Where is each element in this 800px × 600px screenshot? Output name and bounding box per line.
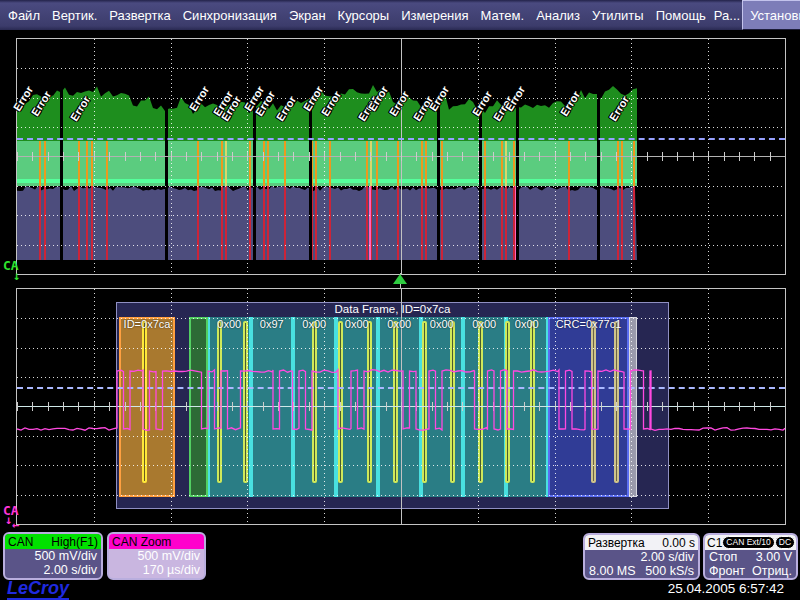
timebase-offset: 0.00 s xyxy=(662,536,695,550)
can-zoom-name: CAN Zoom xyxy=(112,535,171,549)
error-event-line-low xyxy=(249,186,251,260)
can-zoom-tdiv: 170 µs/div xyxy=(143,563,200,577)
frame-gap xyxy=(309,89,312,260)
error-event-line xyxy=(370,141,372,186)
error-event-line xyxy=(91,141,93,186)
menu-misc-truncated[interactable]: Ра... xyxy=(712,8,742,23)
error-event-line xyxy=(263,141,265,186)
frame-gap xyxy=(165,89,168,260)
can-trace-marker[interactable]: CA ↓ xyxy=(3,258,19,273)
error-event-line-low xyxy=(397,186,399,260)
error-event-line-low xyxy=(284,186,286,260)
grid-center-ticks xyxy=(17,152,785,161)
trigger-level: 3.00 V xyxy=(756,550,792,564)
error-event-line-low xyxy=(263,186,265,260)
can-high-vdiv: 500 mV/div xyxy=(34,549,97,563)
error-event-line xyxy=(633,141,635,186)
error-event-line-low xyxy=(91,186,93,260)
field-data-label: 0x00 xyxy=(378,318,421,331)
field-crc-label: CRC=0x77c1 xyxy=(548,318,629,331)
frame-gap xyxy=(597,89,600,260)
event-line-pink xyxy=(369,186,371,260)
trigger-mode: Стоп xyxy=(709,550,737,564)
trigger-level-line xyxy=(17,138,785,140)
error-event-line xyxy=(484,141,486,186)
menu-trigger[interactable]: Синхронизация xyxy=(177,8,283,23)
error-event-line xyxy=(617,141,619,186)
field-data-label: 0x00 xyxy=(293,318,336,331)
error-event-line-low xyxy=(225,186,227,260)
error-event-line xyxy=(106,141,108,186)
decode-banner: Data Frame, ID=0x7ca xyxy=(116,303,669,317)
error-event-line xyxy=(397,141,399,186)
top-graticule: ErrorErrorErrorErrorErrorErrorErrorError… xyxy=(16,38,786,275)
error-event-line-low xyxy=(366,186,368,260)
arrow-left-icon: ← xyxy=(12,518,19,532)
error-event-line-low xyxy=(505,186,507,260)
error-event-line-low xyxy=(197,186,199,260)
menu-vertical[interactable]: Вертик. xyxy=(46,8,103,23)
can-zoom-descriptor[interactable]: CAN Zoom 500 mV/div 170 µs/div xyxy=(107,532,206,580)
timebase-rate: 500 kS/s xyxy=(645,564,694,578)
can-high-tdiv: 2.00 s/div xyxy=(43,563,97,577)
error-event-line-low xyxy=(421,186,423,260)
error-event-line-low xyxy=(441,186,443,260)
lecroy-logo: LeCroy xyxy=(7,579,69,600)
error-event-line xyxy=(86,141,88,186)
menu-analysis[interactable]: Анализ xyxy=(530,8,586,23)
error-event-line xyxy=(44,141,46,186)
frame-gap xyxy=(437,89,440,260)
menu-math[interactable]: Матем. xyxy=(475,8,531,23)
error-event-line xyxy=(221,141,223,186)
error-event-line xyxy=(39,141,41,186)
menu-measure[interactable]: Измерения xyxy=(395,8,474,23)
error-event-line xyxy=(366,141,368,186)
menu-cursors[interactable]: Курсоры xyxy=(332,8,396,23)
error-event-line xyxy=(421,141,423,186)
error-event-line-low xyxy=(221,186,223,260)
error-event-line xyxy=(621,141,623,186)
field-data-label: 0x00 xyxy=(463,318,506,331)
menu-display[interactable]: Экран xyxy=(283,8,332,23)
field-data-label: 0x00 xyxy=(208,318,251,331)
field-data-label: 0x00 xyxy=(336,318,379,331)
error-event-line xyxy=(315,141,317,186)
menu-timebase[interactable]: Развертка xyxy=(103,8,176,23)
error-event-line xyxy=(329,141,331,186)
trigger-slope: Отриц. xyxy=(752,564,792,578)
field-id-label: ID=0x7ca xyxy=(119,318,175,331)
error-event-line-low xyxy=(617,186,619,260)
timebase-scale: 2.00 s/div xyxy=(640,550,694,564)
menu-bar: Файл Вертик. Развертка Синхронизация Экр… xyxy=(0,0,800,30)
error-event-line-low xyxy=(501,186,503,260)
error-event-line-low xyxy=(633,186,635,260)
menu-file[interactable]: Файл xyxy=(2,8,46,23)
error-event-line-low xyxy=(315,186,317,260)
trigger-descriptor[interactable]: C1 CAN Ext/10 DC Стоп 3.00 V Фронт Отриц… xyxy=(703,533,798,580)
error-event-line-low xyxy=(267,186,269,260)
timebase-samples: 8.00 MS xyxy=(589,564,636,578)
field-data-label: 0x97 xyxy=(251,318,294,331)
error-event-line xyxy=(197,141,199,186)
error-event-line xyxy=(284,141,286,186)
menu-help[interactable]: Помощь xyxy=(650,8,712,23)
frame-gap xyxy=(516,89,519,260)
error-event-line-low xyxy=(106,186,108,260)
error-event-line xyxy=(505,141,507,186)
timebase-title: Развертка xyxy=(588,536,645,550)
can-zoom-trace-marker[interactable]: CA ↓ ← xyxy=(3,503,19,518)
error-event-line xyxy=(225,141,227,186)
error-event-line xyxy=(249,141,251,186)
error-event-line xyxy=(501,141,503,186)
trigger-position-marker-icon[interactable] xyxy=(393,274,407,284)
error-event-line-low xyxy=(39,186,41,260)
setup-button[interactable]: Установки xyxy=(742,0,800,30)
error-event-line-low xyxy=(484,186,486,260)
error-event-line xyxy=(78,141,80,186)
error-event-line-low xyxy=(425,186,427,260)
frame-gap xyxy=(253,89,256,260)
menu-utilities[interactable]: Утилиты xyxy=(586,8,650,23)
error-event-line xyxy=(376,141,378,186)
timebase-descriptor[interactable]: Развертка 0.00 s 2.00 s/div 8.00 MS 500 … xyxy=(583,533,700,580)
can-high-descriptor[interactable]: CAN High(F1) 500 mV/div 2.00 s/div xyxy=(3,532,103,580)
